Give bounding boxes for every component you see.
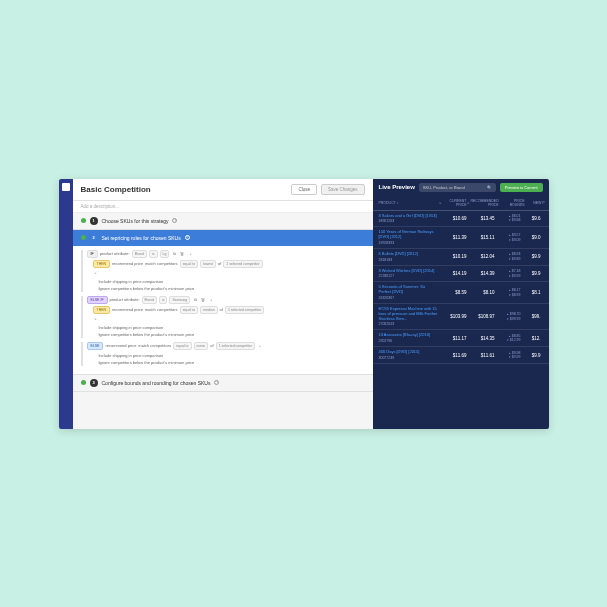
cell-recommended: $108.97: [467, 307, 495, 326]
cell-new: $99.: [521, 307, 541, 326]
cell-product: 3 Sailors and a Girl [DVD] [1953]1890126…: [379, 214, 439, 224]
cell-recommended: $14.35: [467, 333, 495, 343]
brand-select[interactable]: Brand: [132, 250, 147, 258]
preview-table: PRODUCT▾ ⇅CURRENT PRICE ⇅RECOMMENDED PRI…: [373, 196, 549, 429]
cell-recommended: $12.04: [467, 252, 495, 262]
table-row[interactable]: 400 Days [DVD] [2015]30077239$11.69$11.6…: [373, 347, 549, 364]
table-row[interactable]: 3 Wicked Witches [DVD] [2014]25780127$14…: [373, 266, 549, 283]
cell-new: $9.0: [521, 230, 541, 245]
table-row[interactable]: 5 Seconds of Summer: So Perfect [DVD]263…: [373, 282, 549, 304]
elseif-pill: ELSE IF: [87, 296, 108, 304]
if-pill: IF: [87, 250, 98, 258]
cell-current: $11.39: [439, 230, 467, 245]
status-dot-icon: [81, 235, 86, 240]
col-product[interactable]: PRODUCT▾: [379, 199, 439, 207]
option-shipping[interactable]: Include shipping in price comparison: [93, 324, 365, 331]
cell-product: 150 Years of German Railways [DVD] [2012…: [379, 230, 439, 245]
cell-bounds: $7.18$9.99: [495, 269, 521, 279]
cell-bounds: $8.93$9.89: [495, 252, 521, 262]
equal-select[interactable]: equal to: [180, 306, 198, 314]
brand-select[interactable]: Brand: [142, 296, 157, 304]
col-bounds[interactable]: PRICE BOUNDS: [499, 199, 525, 207]
option-shipping[interactable]: Include shipping in price comparison: [93, 352, 365, 359]
competitor-select[interactable]: 1 selected competitor: [216, 342, 255, 350]
delete-icon[interactable]: 🗑: [200, 297, 206, 303]
cell-current: $11.17: [439, 333, 467, 343]
option-ignore-min[interactable]: Ignore competitors below the product's m…: [93, 359, 365, 366]
equal-select[interactable]: equal to: [173, 342, 191, 350]
add-rule-icon[interactable]: +: [93, 270, 99, 276]
is-select[interactable]: is: [149, 250, 158, 258]
is-select[interactable]: is: [159, 296, 168, 304]
copy-icon[interactable]: ⧉: [171, 251, 177, 257]
then-pill: THEN: [93, 306, 111, 314]
option-ignore-min[interactable]: Ignore competitors below the product's m…: [93, 331, 365, 338]
agg-select[interactable]: median: [200, 306, 217, 314]
status-dot-icon: [81, 380, 86, 385]
nav-sidebar: [59, 179, 73, 429]
option-shipping[interactable]: Include shipping in price comparison: [93, 278, 365, 285]
cell-current: $11.69: [439, 350, 467, 360]
cell-new: $9.6: [521, 214, 541, 224]
else-pill: ELSE: [87, 342, 104, 350]
cell-new: $9.9: [521, 252, 541, 262]
preview-title: Live Preview: [379, 184, 415, 190]
table-row[interactable]: 3 Sailors and a Girl [DVD] [1953]1890126…: [373, 211, 549, 228]
cell-new: $9.9: [521, 269, 541, 279]
cell-new: $9.9: [521, 350, 541, 360]
add-icon[interactable]: +: [257, 343, 263, 349]
sort-icon: ▾: [397, 201, 399, 205]
cell-product: 400 Days [DVD] [2015]30077239: [379, 350, 439, 360]
step-number: 1: [90, 217, 98, 225]
table-body: 3 Sailors and a Girl [DVD] [1953]1890126…: [373, 211, 549, 365]
cell-product: 5 Seconds of Summer: So Perfect [DVD]263…: [379, 285, 439, 300]
preview-status-button[interactable]: Preview is Current: [500, 183, 543, 192]
step-3[interactable]: 3 Configure bounds and rounding for chos…: [73, 375, 373, 392]
col-current[interactable]: ⇅CURRENT PRICE: [439, 199, 467, 207]
table-row[interactable]: ECS5 Espresso Machine with 15 bars of pr…: [373, 304, 549, 330]
cell-current: $14.19: [439, 269, 467, 279]
live-preview-panel: Live Preview SKU, Product, or Brand 🔍 Pr…: [373, 179, 549, 429]
agg-select[interactable]: lowest: [200, 260, 216, 268]
delete-icon[interactable]: 🗑: [179, 251, 185, 257]
info-icon[interactable]: ?: [172, 218, 177, 223]
info-icon[interactable]: ?: [185, 235, 190, 240]
step-title: Configure bounds and rounding for chosen…: [102, 380, 211, 386]
col-recommended[interactable]: ⇅RECOMMENDED PRICE: [467, 199, 499, 207]
search-input[interactable]: SKU, Product, or Brand 🔍: [419, 183, 496, 192]
brand-value[interactable]: Lg: [160, 250, 170, 258]
info-icon[interactable]: ?: [214, 380, 219, 385]
app-logo[interactable]: [62, 183, 70, 191]
cell-bounds: $8.17$8.99: [495, 285, 521, 300]
cell-current: $8.59: [439, 285, 467, 300]
save-button[interactable]: Save Changes: [321, 184, 365, 195]
table-row[interactable]: 150 Years of German Railways [DVD] [2012…: [373, 227, 549, 249]
brand-value[interactable]: Samsung: [169, 296, 190, 304]
cell-recommended: $15.11: [467, 230, 495, 245]
competitor-select[interactable]: 1 selected competitor: [225, 306, 264, 314]
cell-recommended: $13.45: [467, 214, 495, 224]
table-row[interactable]: 13 Assassins [Blu-ray] [2010]2901796$11.…: [373, 330, 549, 347]
search-icon[interactable]: 🔍: [487, 185, 492, 190]
description-field[interactable]: Add a description...: [73, 201, 373, 213]
match-label: match competitors: [145, 261, 178, 266]
close-button[interactable]: Close: [291, 184, 317, 195]
cell-recommended: $11.61: [467, 350, 495, 360]
col-new[interactable]: NEW P: [525, 199, 545, 207]
cell-product: 13 Assassins [Blu-ray] [2010]2901796: [379, 333, 439, 343]
table-row[interactable]: 6 Bullets [DVD] [2012]2818183$10.19$12.0…: [373, 249, 549, 266]
cell-bounds: $98.70$99.99: [495, 307, 521, 326]
step-1[interactable]: 1 Choose SKUs for this strategy ?: [73, 213, 373, 230]
equal-select[interactable]: equal to: [180, 260, 198, 268]
table-header: PRODUCT▾ ⇅CURRENT PRICE ⇅RECOMMENDED PRI…: [373, 196, 549, 211]
agg-select[interactable]: mean: [194, 342, 209, 350]
cell-recommended: $14.39: [467, 269, 495, 279]
add-icon[interactable]: +: [208, 297, 214, 303]
add-icon[interactable]: +: [187, 251, 193, 257]
copy-icon[interactable]: ⧉: [192, 297, 198, 303]
competitor-select[interactable]: 1 selected competitor: [223, 260, 262, 268]
cell-new: $12.: [521, 333, 541, 343]
search-placeholder: SKU, Product, or Brand: [423, 185, 465, 190]
add-rule-icon[interactable]: +: [93, 316, 99, 322]
option-ignore-min[interactable]: Ignore competitors below the product's m…: [93, 285, 365, 292]
